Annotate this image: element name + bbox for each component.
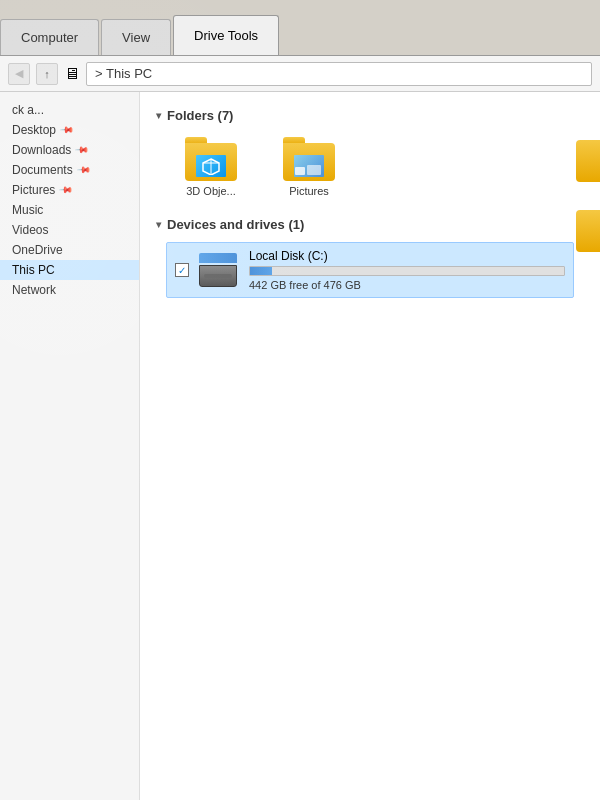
folder-label-pictures: Pictures xyxy=(289,185,329,197)
pin-icon: 📌 xyxy=(75,143,90,158)
sidebar-label: Documents xyxy=(12,163,73,177)
drive-item-c[interactable]: ✓ Local Disk (C:) xyxy=(166,242,574,298)
sidebar: ck a... Desktop 📌 Downloads 📌 Documents … xyxy=(0,92,140,800)
partial-folder-2 xyxy=(576,210,600,252)
sidebar-item-quick-access[interactable]: ck a... xyxy=(0,100,139,120)
address-bar: ◀ ↑ 🖥 > This PC xyxy=(0,56,600,92)
tab-bar: Computer View Drive Tools xyxy=(0,0,600,56)
tab-computer[interactable]: Computer xyxy=(0,19,99,55)
up-button[interactable]: ↑ xyxy=(36,63,58,85)
folder-body xyxy=(283,143,335,181)
sidebar-item-pictures[interactable]: Pictures 📌 xyxy=(0,180,139,200)
pin-icon: 📌 xyxy=(77,163,92,178)
breadcrumb[interactable]: > This PC xyxy=(86,62,592,86)
sidebar-item-this-pc[interactable]: This PC xyxy=(0,260,139,280)
sidebar-label: OneDrive xyxy=(12,243,63,257)
content-area: ▾ Folders (7) xyxy=(140,92,600,800)
right-partial-folders xyxy=(576,140,600,252)
sidebar-label: Desktop xyxy=(12,123,56,137)
folder-item-pictures[interactable]: Pictures xyxy=(264,133,354,201)
sidebar-label: This PC xyxy=(12,263,55,277)
sidebar-label: Pictures xyxy=(12,183,55,197)
explorer-window: Computer View Drive Tools ◀ ↑ 🖥 > This P… xyxy=(0,0,600,800)
drive-info: Local Disk (C:) 442 GB free of 476 GB xyxy=(249,249,565,291)
sidebar-label: Downloads xyxy=(12,143,71,157)
tab-view[interactable]: View xyxy=(101,19,171,55)
drive-bar-fill xyxy=(250,267,272,275)
breadcrumb-text: > This PC xyxy=(95,66,152,81)
sidebar-item-desktop[interactable]: Desktop 📌 xyxy=(0,120,139,140)
folder-item-3d-objects[interactable]: 3D Obje... xyxy=(166,133,256,201)
drive-free-label: 442 GB free of 476 GB xyxy=(249,279,565,291)
folder-icon-3d-objects xyxy=(185,137,237,181)
folders-section-label: Folders (7) xyxy=(167,108,233,123)
up-icon: ↑ xyxy=(44,68,50,80)
chevron-icon: ▾ xyxy=(156,219,161,230)
sidebar-item-videos[interactable]: Videos xyxy=(0,220,139,240)
chevron-icon: ▾ xyxy=(156,110,161,121)
pin-icon: 📌 xyxy=(59,183,74,198)
tab-drive-tools[interactable]: Drive Tools xyxy=(173,15,279,55)
drives-section-label: Devices and drives (1) xyxy=(167,217,304,232)
folder-icon-pictures xyxy=(283,137,335,181)
drive-name: Local Disk (C:) xyxy=(249,249,565,263)
folder-body xyxy=(185,143,237,181)
sidebar-item-music[interactable]: Music xyxy=(0,200,139,220)
drives-section: ▾ Devices and drives (1) ✓ xyxy=(156,217,584,298)
sidebar-item-onedrive[interactable]: OneDrive xyxy=(0,240,139,260)
drive-icon xyxy=(199,253,239,287)
sidebar-label: ck a... xyxy=(12,103,44,117)
drives-section-header: ▾ Devices and drives (1) xyxy=(156,217,584,232)
sidebar-item-documents[interactable]: Documents 📌 xyxy=(0,160,139,180)
folders-grid: 3D Obje... Pictures xyxy=(156,133,584,201)
partial-folder-1 xyxy=(576,140,600,182)
3d-cube-icon xyxy=(201,157,221,175)
folder-label-3d-objects: 3D Obje... xyxy=(186,185,236,197)
sidebar-item-downloads[interactable]: Downloads 📌 xyxy=(0,140,139,160)
this-pc-icon: 🖥 xyxy=(64,65,80,83)
back-icon: ◀ xyxy=(15,67,23,80)
sidebar-item-network[interactable]: Network xyxy=(0,280,139,300)
sidebar-label: Music xyxy=(12,203,43,217)
sidebar-label: Videos xyxy=(12,223,48,237)
pin-icon: 📌 xyxy=(60,123,75,138)
back-button[interactable]: ◀ xyxy=(8,63,30,85)
drive-bar-container xyxy=(249,266,565,276)
sidebar-label: Network xyxy=(12,283,56,297)
folders-section-header: ▾ Folders (7) xyxy=(156,108,584,123)
main-area: ck a... Desktop 📌 Downloads 📌 Documents … xyxy=(0,92,600,800)
drive-checkbox[interactable]: ✓ xyxy=(175,263,189,277)
drive-checkbox-area: ✓ xyxy=(175,263,189,277)
